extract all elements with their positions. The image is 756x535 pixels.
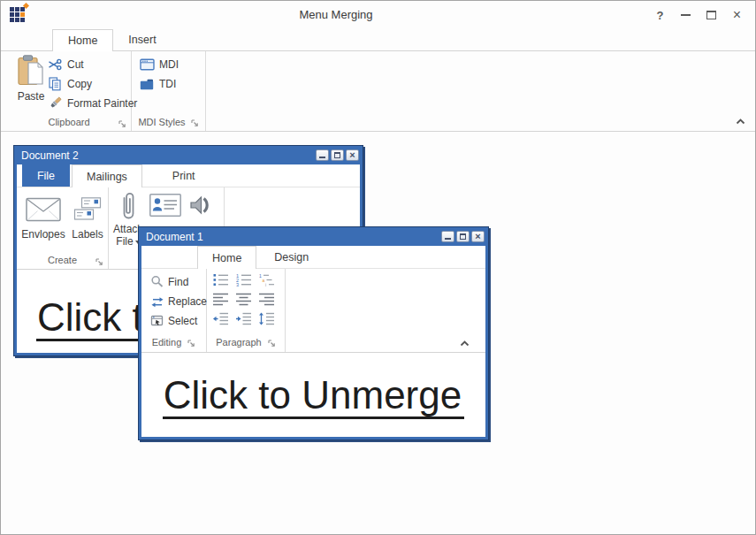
cut-label: Cut — [67, 58, 84, 71]
increase-indent-icon — [236, 312, 252, 328]
mdi-styles-group-label: MDI Styles — [138, 117, 185, 127]
labels-icon — [68, 191, 107, 228]
mdi-button[interactable]: MDI — [139, 56, 179, 73]
envelope-icon — [20, 191, 66, 228]
document2-close-button[interactable]: × — [346, 149, 359, 161]
minimize-button[interactable] — [673, 1, 699, 29]
help-button[interactable]: ? — [647, 1, 673, 29]
clipboard-group: Paste Cut — [7, 51, 132, 131]
document2-file-button[interactable]: File — [22, 164, 70, 187]
line-spacing-icon — [259, 312, 275, 328]
document1-window-controls: × — [441, 231, 485, 242]
document1-titlebar[interactable]: Document 1 × — [141, 227, 485, 246]
multilevel-list-icon: 1 a i — [259, 273, 275, 289]
mdi-styles-dialog-launcher-icon[interactable] — [191, 119, 199, 127]
clipboard-dialog-launcher-icon[interactable] — [118, 120, 126, 128]
editing-group: Find Replace — [141, 269, 207, 352]
paragraph-group: 123 1 a i — [207, 269, 286, 352]
document1-minimize-button[interactable] — [441, 231, 454, 242]
maximize-button[interactable] — [699, 1, 724, 29]
ribbon-collapse-chevron-icon[interactable] — [736, 118, 745, 125]
scissors-icon — [47, 57, 63, 72]
document1-maximize-button[interactable] — [456, 231, 470, 242]
paragraph-dialog-launcher-icon[interactable] — [268, 340, 276, 348]
find-label: Find — [168, 276, 188, 288]
maximize-icon — [706, 11, 716, 19]
document1-close-button[interactable]: × — [471, 231, 485, 242]
attach-file-label-line2: File — [116, 235, 140, 248]
create-dialog-launcher-icon[interactable] — [95, 258, 103, 266]
labels-button[interactable]: Labels — [68, 191, 107, 241]
document2-title: Document 2 — [21, 149, 316, 162]
editing-dialog-launcher-icon[interactable] — [187, 340, 195, 348]
copy-label: Copy — [67, 78, 92, 90]
cut-button[interactable]: Cut — [47, 56, 84, 73]
paintbrush-icon — [47, 96, 63, 111]
align-left-button[interactable] — [210, 292, 232, 309]
copy-button[interactable]: Copy — [47, 75, 92, 93]
paste-label: Paste — [11, 90, 50, 103]
tdi-folder-icon — [139, 79, 155, 90]
paragraph-group-footer: Paragraph — [207, 336, 285, 348]
document2-window-controls: × — [316, 149, 360, 161]
speaker-icon — [189, 207, 212, 219]
clipboard-group-label: Clipboard — [48, 117, 89, 127]
svg-text:3: 3 — [236, 282, 239, 287]
tab-home[interactable]: Home — [52, 29, 113, 51]
contact-card-icon — [149, 207, 181, 219]
paste-button[interactable]: Paste — [11, 55, 50, 103]
replace-button[interactable]: Replace — [150, 293, 207, 310]
editing-group-label: Editing — [152, 337, 182, 348]
mdi-styles-group-footer: MDI Styles — [132, 116, 205, 128]
mdi-styles-group: MDI TDI MDI Styles — [132, 51, 206, 131]
document2-titlebar[interactable]: Document 2 × — [17, 146, 360, 164]
decrease-indent-button[interactable] — [210, 311, 232, 328]
document1-tab-home[interactable]: Home — [197, 246, 256, 269]
paragraph-group-label: Paragraph — [216, 337, 261, 348]
contact-card-button[interactable] — [148, 194, 183, 219]
maximize-icon — [460, 233, 466, 240]
format-painter-button[interactable]: Format Painter — [47, 95, 137, 112]
document1-ribbon-spacer — [286, 269, 485, 352]
maximize-icon — [334, 152, 340, 158]
numbered-list-button[interactable]: 123 — [233, 272, 255, 289]
line-spacing-button[interactable] — [256, 311, 278, 328]
find-button[interactable]: Find — [150, 273, 188, 291]
close-button[interactable]: × — [724, 1, 750, 29]
align-right-button[interactable] — [256, 292, 278, 309]
tab-insert[interactable]: Insert — [113, 29, 171, 51]
document2-tab-row: File Mailings Print — [17, 164, 360, 187]
multilevel-list-button[interactable]: 1 a i — [256, 272, 278, 289]
replace-arrows-icon — [150, 295, 164, 309]
copy-pages-icon — [47, 77, 63, 91]
document2-tab-print[interactable]: Print — [158, 164, 210, 187]
svg-text:i: i — [265, 282, 266, 287]
document2-minimize-button[interactable] — [316, 149, 329, 161]
numbered-list-icon: 123 — [236, 273, 252, 289]
create-group-label: Create — [48, 255, 77, 265]
increase-indent-button[interactable] — [233, 311, 255, 328]
document1-content: Click to Unmerge — [141, 353, 485, 437]
document1-tab-design[interactable]: Design — [260, 246, 323, 268]
titlebar: Menu Merging ? × — [1, 1, 755, 29]
labels-label: Labels — [72, 228, 103, 241]
minimize-icon — [445, 238, 451, 240]
bullet-list-button[interactable] — [210, 272, 232, 289]
format-painter-label: Format Painter — [67, 97, 137, 110]
envelopes-button[interactable]: Envlopes — [20, 191, 66, 241]
clipboard-group-footer: Clipboard — [7, 116, 131, 128]
mdi-label: MDI — [159, 58, 179, 71]
document1-ribbon-collapse-chevron-icon[interactable] — [460, 340, 470, 347]
speaker-button[interactable] — [187, 194, 215, 219]
document2-maximize-button[interactable] — [331, 149, 344, 161]
document1-title: Document 1 — [146, 231, 441, 243]
document1-unmerge-link[interactable]: Click to Unmerge — [163, 375, 464, 419]
document2-tab-mailings[interactable]: Mailings — [72, 164, 142, 187]
align-center-button[interactable] — [233, 292, 255, 309]
ribbon: Paste Cut — [1, 51, 755, 132]
window-title: Menu Merging — [1, 1, 671, 29]
tdi-button[interactable]: TDI — [139, 75, 176, 93]
align-left-icon — [213, 293, 229, 309]
paperclip-icon — [109, 189, 148, 223]
select-button[interactable]: Select — [150, 312, 197, 330]
